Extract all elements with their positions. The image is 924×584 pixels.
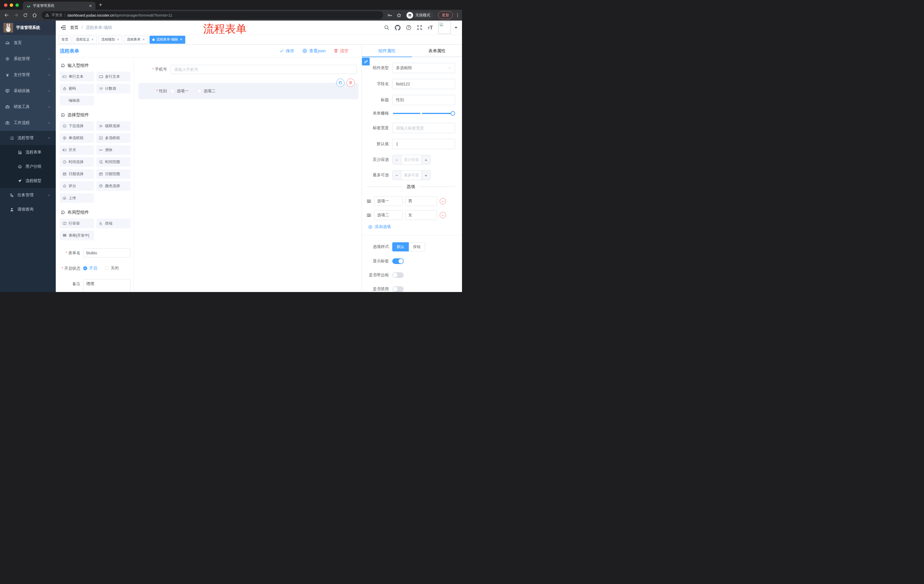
clear-button[interactable]: 清空 [333, 48, 348, 54]
gender-option-2[interactable]: 选项二 [197, 89, 216, 94]
add-option-button[interactable]: 添加选项 [368, 224, 455, 229]
save-button[interactable]: 保存 [279, 48, 294, 54]
palette-item-rate[interactable]: 评分 [60, 181, 94, 191]
style-button-button[interactable]: 按钮 [409, 242, 425, 252]
close-icon[interactable]: ✕ [142, 38, 145, 41]
bookmark-star-icon[interactable] [396, 13, 401, 18]
avatar-caret-icon[interactable] [455, 27, 457, 29]
font-size-icon[interactable]: TT [428, 25, 433, 30]
browser-menu-icon[interactable] [457, 13, 458, 17]
form-name-input[interactable] [83, 248, 130, 257]
show-label-toggle[interactable] [392, 258, 404, 264]
drag-handle-icon[interactable] [366, 199, 371, 204]
sidebar-item-system[interactable]: 系统管理 [0, 51, 56, 67]
phone-input[interactable] [170, 65, 357, 74]
drag-handle-icon[interactable] [366, 213, 371, 218]
palette-item-time-picker[interactable]: 时间选择 [60, 157, 94, 167]
palette-item-select[interactable]: 下拉选择 [60, 121, 94, 131]
reload-icon[interactable] [23, 13, 28, 18]
link-tag[interactable] [362, 58, 370, 66]
palette-item-single-text[interactable]: 单行文本 [60, 72, 94, 81]
palette-item-password[interactable]: 密码 [60, 84, 94, 94]
slider-thumb[interactable] [450, 111, 455, 116]
form-remark-textarea[interactable]: 嘿嘿 [83, 279, 130, 292]
help-icon[interactable]: ? [406, 25, 411, 30]
palette-item-button[interactable]: 按钮 [96, 219, 130, 228]
security-warning-icon[interactable] [45, 13, 49, 17]
delete-component-button[interactable] [346, 79, 355, 87]
back-icon[interactable] [4, 13, 9, 18]
checkbox-icon[interactable] [197, 89, 201, 93]
remove-option-button[interactable]: − [440, 212, 446, 218]
palette-item-slider[interactable]: 滑块 [96, 145, 130, 155]
palette-item-radio-group[interactable]: 单选框组 [60, 133, 94, 143]
view-json-button[interactable]: 查看json [302, 48, 326, 54]
new-tab-button[interactable]: + [99, 2, 102, 8]
fullscreen-icon[interactable] [417, 25, 422, 30]
palette-item-table[interactable]: 表格[开发中] [60, 230, 94, 240]
checkbox-icon[interactable] [170, 89, 174, 93]
component-type-select[interactable]: 多选框组 [392, 63, 455, 73]
palette-item-date-picker[interactable]: 日期选择 [60, 169, 94, 179]
plus-icon[interactable]: + [422, 155, 430, 164]
maximize-window-button[interactable] [15, 3, 19, 7]
palette-item-upload[interactable]: 上传 [60, 193, 94, 203]
max-select-stepper[interactable]: − 最多可选 + [392, 170, 431, 180]
window-controls[interactable] [0, 3, 23, 7]
palette-item-time-range[interactable]: 时间范围 [96, 157, 130, 167]
palette-item-multi-text[interactable]: 多行文本 [96, 72, 130, 81]
max-select-value[interactable]: 最多可选 [401, 171, 422, 180]
home-icon[interactable] [32, 13, 37, 18]
close-icon[interactable]: ✕ [117, 38, 119, 41]
sidebar-item-leave-query[interactable]: 请假查询 [0, 202, 56, 217]
sidebar-item-payment[interactable]: ¥ 支付管理 [0, 67, 56, 83]
option-label-input[interactable] [374, 210, 403, 220]
minimize-window-button[interactable] [10, 3, 13, 7]
tab-close-icon[interactable]: ✕ [89, 4, 92, 8]
tag-process-form-edit[interactable]: 流程表单-编辑✕ [150, 36, 185, 44]
sidebar-item-task-mgmt[interactable]: 任务管理 [0, 188, 56, 202]
style-default-button[interactable]: 默认 [392, 242, 409, 252]
status-radio-on[interactable]: 开启 [83, 266, 97, 271]
disabled-toggle[interactable] [392, 286, 404, 292]
min-select-stepper[interactable]: − 至少应选 + [392, 155, 431, 165]
gender-option-1[interactable]: 选项一 [170, 89, 189, 94]
browser-update-button[interactable]: 更新 [438, 11, 453, 19]
sidebar-item-process-mgmt[interactable]: 流程管理 [0, 131, 56, 145]
minus-icon[interactable]: − [393, 171, 401, 180]
default-value-input[interactable] [392, 139, 455, 149]
option-value-input[interactable] [405, 210, 437, 220]
sidebar-item-infra[interactable]: 基础设施 [0, 83, 56, 99]
plus-icon[interactable]: + [422, 171, 430, 180]
copy-component-button[interactable] [336, 79, 345, 87]
remove-option-button[interactable]: − [440, 198, 446, 204]
palette-item-color-picker[interactable]: 颜色选择 [96, 181, 130, 191]
tag-process-form[interactable]: 流程表单✕ [124, 36, 147, 44]
form-canvas[interactable]: 手机号 性别 选项一 选项二 [134, 58, 361, 292]
tag-process-model[interactable]: 流程模型✕ [98, 36, 122, 44]
tab-component-props[interactable]: 组件属性 [362, 44, 412, 57]
password-key-icon[interactable] [388, 13, 392, 18]
browser-tab[interactable]: 芋道管理系统 ✕ [23, 2, 96, 10]
minus-icon[interactable]: − [393, 155, 401, 164]
sidebar-item-process-model[interactable]: 流程模型 [0, 174, 56, 188]
palette-item-counter[interactable]: 123计数器 [96, 84, 130, 94]
close-icon[interactable]: ✕ [180, 38, 182, 41]
palette-item-date-range[interactable]: 日期范围 [96, 169, 130, 179]
palette-item-row-container[interactable]: 行容器 [60, 219, 94, 228]
palette-item-cascader[interactable]: 级联选择 [96, 121, 130, 131]
sidebar-item-workflow[interactable]: 工作流程 [0, 115, 56, 131]
palette-item-switch[interactable]: 开关 [60, 145, 94, 155]
github-icon[interactable] [395, 25, 401, 31]
option-value-input[interactable] [405, 196, 437, 206]
avatar[interactable] [438, 21, 451, 34]
sidebar-item-process-form[interactable]: 流程表单 [0, 145, 56, 160]
sidebar-item-devtools[interactable]: 研发工具 [0, 99, 56, 115]
close-window-button[interactable] [4, 3, 7, 7]
canvas-field-phone[interactable]: 手机号 [139, 65, 358, 74]
close-icon[interactable]: ✕ [91, 38, 94, 41]
label-width-input[interactable] [392, 123, 455, 133]
search-icon[interactable] [384, 25, 389, 30]
title-input[interactable] [392, 95, 455, 105]
breadcrumb-home[interactable]: 首页 [70, 25, 78, 30]
